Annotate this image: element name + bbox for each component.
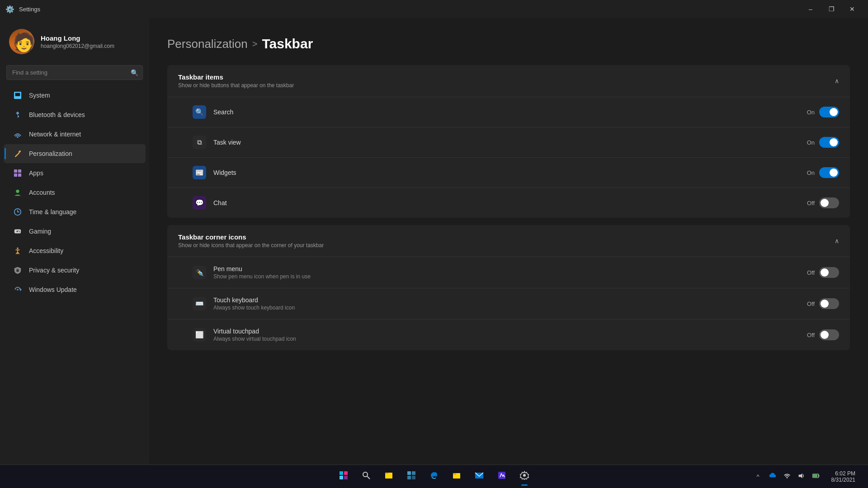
network-icon <box>13 129 23 139</box>
accessibility-icon <box>13 246 23 256</box>
user-profile[interactable]: Hoang Long hoanglong062012@gmail.com <box>0 18 149 63</box>
bluetooth-icon <box>13 110 23 120</box>
sidebar-item-network[interactable]: Network & internet <box>4 125 146 144</box>
sys-icon-wifi[interactable] <box>781 470 793 483</box>
personalization-icon <box>13 149 23 159</box>
toggle-thumb-search <box>830 108 838 116</box>
setting-row-touch: ⌨️ Touch keyboard Always show touch keyb… <box>167 288 850 319</box>
minimize-button[interactable]: – <box>800 0 821 18</box>
sidebar-item-system[interactable]: System <box>4 86 146 105</box>
svg-point-13 <box>19 231 20 232</box>
svg-rect-19 <box>340 471 343 475</box>
svg-point-14 <box>17 248 19 249</box>
explorer-icon <box>452 471 461 482</box>
svg-point-3 <box>17 136 19 138</box>
sys-icon-volume[interactable] <box>795 470 808 483</box>
sys-icon-chevron[interactable]: ^ <box>752 470 764 483</box>
sidebar-item-accounts[interactable]: Accounts <box>4 183 146 202</box>
svg-rect-29 <box>412 476 415 479</box>
taskbar-app-start[interactable] <box>334 467 354 487</box>
sidebar-item-gaming[interactable]: Gaming <box>4 222 146 241</box>
sidebar-item-privacy[interactable]: Privacy & security <box>4 261 146 280</box>
sidebar-item-accessibility[interactable]: Accessibility <box>4 241 146 260</box>
svg-rect-6 <box>18 169 21 173</box>
search-input[interactable] <box>6 65 143 80</box>
sys-icon-battery[interactable] <box>810 470 822 483</box>
setting-name-taskview: Task view <box>213 139 807 146</box>
toggle-widgets[interactable] <box>819 167 839 178</box>
taskbar-date: 8/31/2021 <box>831 477 855 483</box>
window-title: Settings <box>19 6 40 13</box>
setting-name-widgets: Widgets <box>213 169 807 176</box>
svg-point-34 <box>523 474 526 477</box>
taskbar-app-mail[interactable] <box>469 467 489 487</box>
search-tb-icon <box>362 471 371 482</box>
sidebar-item-bluetooth[interactable]: Bluetooth & devices <box>4 105 146 124</box>
toggle-touchpad[interactable] <box>819 329 839 340</box>
toggle-label-widgets: On <box>807 169 815 176</box>
system-label: System <box>29 92 50 99</box>
files-icon <box>384 471 393 482</box>
sys-tray: ^ <box>752 470 822 483</box>
search-box: 🔍 <box>6 65 143 80</box>
chevron-icon: ^ <box>757 473 760 480</box>
taskbar-app-explorer[interactable] <box>447 467 467 487</box>
user-name: Hoang Long <box>41 34 114 42</box>
taskbar-app-files[interactable] <box>379 467 399 487</box>
svg-rect-28 <box>407 476 411 479</box>
toggle-pen[interactable] <box>819 267 839 278</box>
setting-name-touch: Touch keyboard <box>213 296 807 304</box>
svg-rect-38 <box>818 475 819 476</box>
edge-icon <box>429 471 439 482</box>
taskbar-app-settings-tb[interactable] <box>514 467 534 487</box>
update-icon <box>13 285 23 295</box>
studio-icon <box>497 471 506 482</box>
personalization-label: Personalization <box>29 150 72 157</box>
user-email: hoanglong062012@gmail.com <box>41 43 114 49</box>
volume-icon <box>798 472 805 481</box>
svg-marker-17 <box>20 288 22 291</box>
system-icon <box>13 90 23 100</box>
sys-icon-cloud[interactable] <box>766 470 779 483</box>
main-content: Personalization > Taskbar Taskbar items … <box>149 18 868 465</box>
setting-row-pen: ✒️ Pen menu Show pen menu icon when pen … <box>167 257 850 288</box>
setting-name-pen: Pen menu <box>213 265 807 272</box>
svg-point-35 <box>786 477 788 478</box>
sidebar-item-personalization[interactable]: Personalization <box>4 144 146 163</box>
settings-tb-icon <box>520 471 529 482</box>
maximize-button[interactable]: ❐ <box>821 0 842 18</box>
svg-point-23 <box>363 472 368 477</box>
svg-rect-27 <box>412 471 415 475</box>
toggle-search[interactable] <box>819 107 839 117</box>
breadcrumb-parent[interactable]: Personalization <box>167 37 248 51</box>
toggle-chat[interactable] <box>819 197 839 208</box>
taskbar-app-edge[interactable] <box>424 467 444 487</box>
bluetooth-label: Bluetooth & devices <box>29 111 85 118</box>
network-label: Network & internet <box>29 131 81 138</box>
taskbar-app-widgets-tb[interactable] <box>401 467 421 487</box>
accessibility-label: Accessibility <box>29 247 63 254</box>
toggle-taskview[interactable] <box>819 137 839 148</box>
taskbar-clock[interactable]: 6:02 PM 8/31/2021 <box>828 469 859 485</box>
section-header-taskbar-items[interactable]: Taskbar items Show or hide buttons that … <box>167 65 850 97</box>
sidebar-item-update[interactable]: Windows Update <box>4 280 146 299</box>
setting-sub-touch: Always show touch keyboard icon <box>213 305 807 311</box>
sidebar-item-time[interactable]: Time & language <box>4 202 146 221</box>
svg-rect-33 <box>498 472 505 479</box>
taskbar-app-search-tb[interactable] <box>356 467 376 487</box>
sidebar-item-apps[interactable]: Apps <box>4 164 146 183</box>
toggle-thumb-taskview <box>830 138 838 146</box>
breadcrumb-current: Taskbar <box>262 36 313 52</box>
section-taskbar-items: Taskbar items Show or hide buttons that … <box>167 65 850 218</box>
toggle-label-touchpad: Off <box>807 332 815 338</box>
toggle-label-taskview: On <box>807 139 815 146</box>
close-button[interactable]: ✕ <box>842 0 863 18</box>
wifi-icon <box>783 472 791 481</box>
taskbar-app-studio[interactable] <box>492 467 512 487</box>
taskbar-right: ^ 6:02 PM 8/31/2021 <box>752 469 859 485</box>
section-header-taskbar-corner[interactable]: Taskbar corner icons Show or hide icons … <box>167 225 850 257</box>
svg-rect-5 <box>14 169 17 173</box>
breadcrumb-separator: > <box>252 39 258 49</box>
toggle-thumb-touch <box>821 300 829 308</box>
toggle-touch[interactable] <box>819 298 839 309</box>
